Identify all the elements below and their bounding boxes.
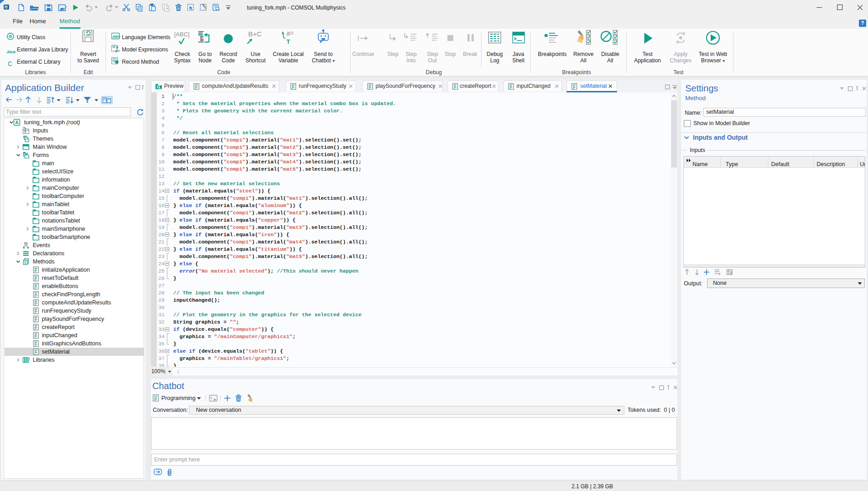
svg-text:Java: Java bbox=[6, 50, 15, 54]
svg-text:ABC: ABC bbox=[112, 35, 120, 39]
svg-text:[ABC]: [ABC] bbox=[174, 31, 190, 38]
svg-text:T: T bbox=[286, 38, 290, 45]
svg-text:C: C bbox=[8, 60, 12, 67]
svg-text:a=: a= bbox=[115, 49, 120, 53]
svg-text:B+C: B+C bbox=[248, 30, 262, 38]
svg-text:a=: a= bbox=[286, 30, 294, 37]
